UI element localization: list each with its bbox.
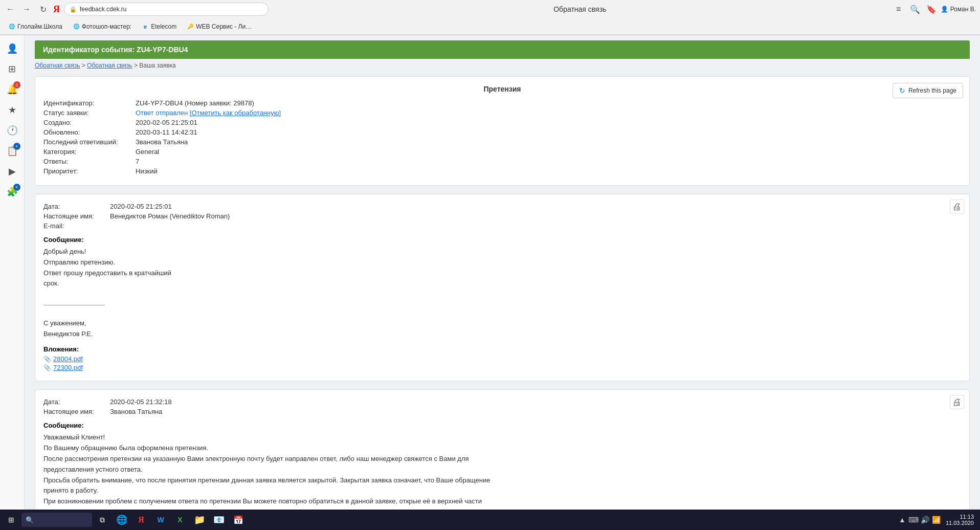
yandex-logo: Я [53, 4, 60, 15]
taskbar-app-taskview[interactable]: ⧉ [93, 511, 112, 529]
ticket-label-category: Категория: [43, 148, 136, 156]
sidebar-history-icon[interactable]: 🕐 [3, 121, 21, 140]
msg1-line-3: срок. [43, 278, 961, 289]
breadcrumb-link-2[interactable]: Обратная связь [87, 62, 132, 69]
sidebar: 👤 ⊞ 🔔 2 ★ 🕐 📋 • ▶ 🧩 • [0, 35, 25, 510]
ticket-value-category: General [136, 148, 159, 156]
print-button-2[interactable]: 🖨 [950, 395, 964, 409]
bookmark-web-service[interactable]: 🔑 WEB Сервис - Ли… [183, 21, 256, 32]
ticket-label-replies: Ответы: [43, 158, 136, 165]
search-icon[interactable]: 🔍 [908, 2, 922, 16]
taskbar-app-yandex[interactable]: Я [132, 511, 150, 529]
sidebar-apps-icon[interactable]: ⊞ [3, 60, 21, 78]
ticket-status-text: Ответ отправлен [136, 109, 188, 117]
msg1-name-row: Настоящее имя: Венедиктов Роман (Venedik… [43, 212, 961, 220]
bookmark-label-photoshop: Фотошоп-мастер: [82, 23, 131, 30]
refresh-page-button[interactable]: ↻ Refresh this page [893, 83, 963, 98]
user-avatar-icon: 👤 [941, 6, 948, 13]
extensions-badge: • [13, 184, 20, 191]
attachment-link-2[interactable]: 72300.pdf [53, 364, 83, 371]
sidebar-downloads-icon[interactable]: 📋 • [3, 142, 21, 160]
systray-volume-icon[interactable]: 🔊 [920, 515, 930, 525]
ticket-value-updated: 2020-03-11 14:42:31 [136, 128, 197, 136]
ticket-info-table: Идентификатор: ZU4-YP7-DBU4 (Номер заявк… [43, 99, 961, 175]
bookmark-label-etelecom: Etelecom [151, 23, 176, 30]
sidebar-notifications-icon[interactable]: 🔔 2 [3, 80, 21, 99]
bookmark-glolaim[interactable]: 🌐 Глолайм.Школа [4, 21, 66, 32]
title-bar: ← → ↻ Я 🔒 feedback.cdek.ru Обратная связ… [0, 0, 980, 18]
attachments-section: Вложения: 📎 28004.pdf 📎 72300.pdf [43, 345, 961, 371]
taskbar-search[interactable]: 🔍 [21, 513, 92, 527]
taskbar-app-excel[interactable]: X [171, 511, 189, 529]
bookmarks-bar: 🌐 Глолайм.Школа 🌐 Фотошоп-мастер: e Etel… [0, 18, 980, 35]
msg1-line-0: Добрый день! [43, 247, 961, 257]
attachment-icon-1: 📎 [43, 356, 51, 363]
refresh-btn-label: Refresh this page [908, 87, 956, 94]
refresh-button[interactable]: ↻ [37, 3, 49, 15]
start-button[interactable]: ⊞ [2, 511, 20, 529]
systray-network-icon[interactable]: 📶 [931, 515, 941, 525]
forward-button[interactable]: → [20, 3, 33, 15]
msg1-name-value: Венедиктов Роман (Venediktov Roman) [110, 212, 230, 220]
system-icons: ▲ ⌨ 🔊 📶 [897, 515, 941, 525]
ticket-mark-processed-link[interactable]: [Отметить как обработанную] [190, 109, 281, 117]
systray-keyboard-icon[interactable]: ⌨ [908, 515, 919, 525]
page-title: Обратная связь [273, 5, 887, 13]
msg1-signature-2: Венедиктов Р.Е. [43, 329, 961, 340]
systray-expand-icon[interactable]: ▲ [897, 515, 907, 525]
attachment-link-1[interactable]: 28004.pdf [53, 355, 83, 363]
breadcrumb-link-1[interactable]: Обратная связь [35, 62, 80, 69]
msg1-name-label: Настоящее имя: [43, 212, 110, 220]
address-text: feedback.cdek.ru [80, 6, 126, 13]
ticket-row-updated: Обновлено: 2020-03-11 14:42:31 [43, 128, 961, 136]
taskbar-app-explorer[interactable]: 📁 [190, 511, 209, 529]
bookmark-icon[interactable]: 🔖 [924, 2, 939, 16]
sidebar-avatar-icon[interactable]: 👤 [3, 39, 21, 58]
ticket-label-last-responder: Последний ответивший: [43, 138, 136, 146]
ticket-title: Претензия [43, 85, 961, 93]
taskbar-app-browser[interactable]: 🌐 [113, 511, 131, 529]
reading-list-icon[interactable]: ≡ [892, 2, 906, 16]
msg2-date-label: Дата: [43, 398, 110, 406]
back-button[interactable]: ← [4, 3, 16, 15]
ticket-value-identifier: ZU4-YP7-DBU4 (Номер заявки: 29878) [136, 99, 254, 107]
sidebar-extensions-icon[interactable]: 🧩 • [3, 183, 21, 201]
breadcrumb-sep-2: > [134, 62, 139, 69]
msg2-line-5: принято в работу. [43, 485, 961, 496]
breadcrumb: Обратная связь > Обратная связь > Ваша з… [35, 59, 970, 72]
bookmark-etelecom[interactable]: e Etelecom [138, 21, 181, 32]
bookmark-photoshop[interactable]: 🌐 Фотошоп-мастер: [69, 21, 136, 32]
user-name-text: Роман В. [950, 6, 976, 13]
sidebar-favorites-icon[interactable]: ★ [3, 101, 21, 119]
message-card-1: 🖨 Дата: 2020-02-05 21:25:01 Настоящее им… [35, 194, 970, 381]
main-layout: 👤 ⊞ 🔔 2 ★ 🕐 📋 • ▶ 🧩 • Идентификатор собы… [0, 35, 980, 510]
taskbar-system-tray: ▲ ⌨ 🔊 📶 11:13 11.03.2020 [893, 514, 978, 526]
ticket-row-priority: Приоритет: Низкий [43, 167, 961, 175]
breadcrumb-current: Ваша заявка [139, 62, 176, 69]
address-bar[interactable]: 🔒 feedback.cdek.ru [64, 3, 269, 16]
msg1-line-2: Ответ прошу предоставить в кратчайший [43, 268, 961, 279]
msg1-signature-1: С уважением, [43, 318, 961, 329]
taskbar-search-input[interactable] [37, 516, 88, 523]
taskbar-app-other[interactable]: 📅 [229, 511, 248, 529]
notification-badge: 2 [13, 81, 20, 89]
downloads-badge: • [13, 143, 20, 150]
attachment-2: 📎 72300.pdf [43, 364, 961, 371]
print-button-1[interactable]: 🖨 [950, 200, 964, 214]
clock-time: 11:13 [960, 514, 974, 520]
taskbar-app-outlook[interactable]: 📧 [210, 511, 228, 529]
browser-actions: ≡ 🔍 🔖 👤 Роман В. [892, 2, 976, 16]
user-profile[interactable]: 👤 Роман В. [941, 6, 976, 13]
content-area[interactable]: Идентификатор события: ZU4-YP7-DBU4 Обра… [25, 35, 980, 510]
ticket-value-last-responder: Званова Татьяна [136, 138, 188, 146]
sidebar-play-icon[interactable]: ▶ [3, 162, 21, 181]
msg1-date-value: 2020-02-05 21:25:01 [110, 203, 172, 210]
bookmark-favicon-etelecom: e [142, 23, 149, 30]
lock-icon: 🔒 [70, 6, 77, 13]
msg1-email-row: E-mail: [43, 222, 961, 230]
attachment-icon-2: 📎 [43, 364, 51, 371]
msg2-message-section-label: Сообщение: [43, 422, 961, 429]
browser-chrome: ← → ↻ Я 🔒 feedback.cdek.ru Обратная связ… [0, 0, 980, 35]
msg2-date-row: Дата: 2020-02-05 21:32:18 [43, 398, 961, 406]
taskbar-app-word[interactable]: W [151, 511, 170, 529]
